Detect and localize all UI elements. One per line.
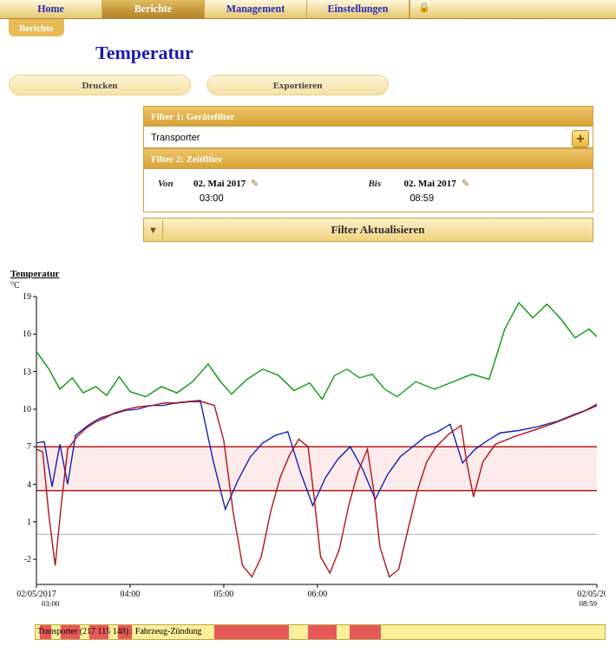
filter2-header: Filter 2: Zeitfilter (143, 148, 593, 169)
svg-text:08:59: 08:59 (579, 599, 597, 608)
refresh-button[interactable]: Filter Aktualisieren (163, 219, 593, 241)
from-time[interactable]: 03:00 (200, 192, 369, 203)
add-device-button[interactable]: + (572, 130, 589, 147)
chart-title: Temperatur (10, 268, 606, 278)
svg-text:19: 19 (23, 291, 31, 301)
nav-home[interactable]: Home (0, 0, 102, 18)
ignition-bar: Transporter (217 115 148) : Fahrzeug-Zün… (35, 624, 606, 640)
svg-rect-0 (36, 447, 597, 491)
svg-text:04:00: 04:00 (121, 589, 141, 598)
svg-text:7: 7 (27, 441, 31, 451)
ignition-bar-wrap: Transporter (217 115 148) : Fahrzeug-Zün… (35, 624, 606, 640)
date-row: Von 02. Mai 2017 ✎ 03:00 Bis 02. Mai 201… (151, 174, 586, 206)
to-col: Bis 02. Mai 2017 ✎ 08:59 (369, 178, 580, 203)
to-label: Bis (369, 178, 402, 188)
pencil-icon[interactable]: ✎ (462, 178, 469, 188)
action-row: Drucken Exportieren (0, 75, 616, 106)
temperature-chart: -21471013161902/05/201703:0004:0005:0006… (10, 290, 606, 619)
filter2-body: Von 02. Mai 2017 ✎ 03:00 Bis 02. Mai 201… (143, 169, 593, 212)
chart-unit: °C (10, 280, 606, 290)
filter1-body: Transporter + (143, 127, 593, 148)
ignition-on-segment (350, 625, 382, 639)
svg-text:13: 13 (23, 367, 31, 376)
to-time[interactable]: 08:59 (410, 192, 580, 203)
from-col: Von 02. Mai 2017 ✎ 03:00 (158, 178, 369, 203)
nav-management[interactable]: Management (205, 0, 307, 18)
nav-spacer (437, 0, 616, 18)
from-date[interactable]: 02. Mai 2017 (193, 178, 246, 188)
nav-settings[interactable]: Einstellungen (307, 0, 410, 18)
svg-text:1: 1 (27, 517, 31, 526)
svg-text:-2: -2 (24, 554, 31, 564)
filter1-header: Filter 1: Gerätefilter (143, 106, 593, 127)
chevron-down-icon[interactable]: ▼ (144, 220, 163, 239)
chart-wrap: Temperatur °C -21471013161902/05/201703:… (10, 268, 606, 619)
svg-text:10: 10 (23, 404, 31, 414)
pencil-icon[interactable]: ✎ (251, 178, 259, 188)
ignition-on-segment (308, 625, 337, 639)
top-nav: Home Berichte Management Einstellungen 🔒 (0, 0, 616, 19)
to-date[interactable]: 02. Mai 2017 (404, 178, 456, 188)
svg-text:02/05/2017: 02/05/2017 (16, 589, 56, 598)
ignition-label: Transporter (217 115 148) : Fahrzeug-Zün… (37, 626, 202, 636)
subtab-reports[interactable]: Berichte (9, 19, 64, 36)
svg-text:06:00: 06:00 (308, 589, 328, 598)
print-button[interactable]: Drucken (9, 75, 191, 95)
refresh-bar: ▼ Filter Aktualisieren (143, 218, 593, 242)
svg-text:4: 4 (27, 480, 31, 489)
svg-text:05:00: 05:00 (214, 589, 234, 598)
from-label: Von (158, 178, 191, 188)
export-button[interactable]: Exportieren (206, 75, 389, 95)
lock-icon[interactable]: 🔒 (410, 0, 437, 18)
filter1-value: Transporter (151, 132, 200, 142)
filter-panel: Filter 1: Gerätefilter Transporter + Fil… (143, 106, 593, 242)
svg-text:03:00: 03:00 (42, 599, 60, 608)
svg-text:16: 16 (23, 329, 31, 338)
svg-text:02/05/2017: 02/05/2017 (577, 589, 606, 598)
ignition-on-segment (214, 625, 289, 639)
nav-reports[interactable]: Berichte (102, 0, 205, 18)
page-title: Temperatur (95, 42, 616, 64)
